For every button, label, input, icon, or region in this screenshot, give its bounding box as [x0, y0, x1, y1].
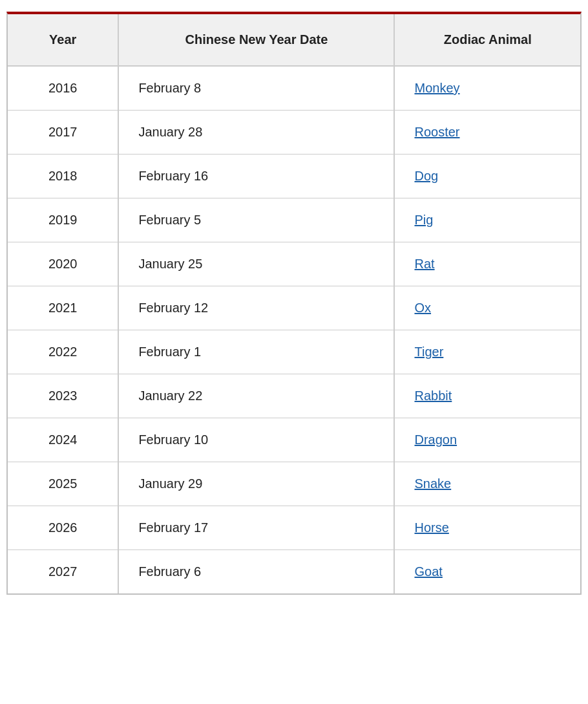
animal-link[interactable]: Goat	[414, 564, 442, 579]
year-cell: 2022	[8, 330, 118, 374]
date-cell: February 1	[118, 330, 394, 374]
table-container: Year Chinese New Year Date Zodiac Animal…	[6, 12, 582, 595]
animal-link[interactable]: Rat	[414, 257, 434, 271]
date-cell: February 10	[118, 418, 394, 462]
table-row: 2027February 6Goat	[8, 550, 580, 594]
animal-cell: Dragon	[394, 418, 580, 462]
year-cell: 2021	[8, 286, 118, 330]
table-row: 2023January 22Rabbit	[8, 374, 580, 418]
date-cell: February 12	[118, 286, 394, 330]
table-row: 2026February 17Horse	[8, 506, 580, 550]
animal-link[interactable]: Rabbit	[414, 389, 452, 403]
year-header: Year	[8, 14, 118, 66]
date-header: Chinese New Year Date	[118, 14, 394, 66]
year-cell: 2026	[8, 506, 118, 550]
animal-cell: Rat	[394, 242, 580, 286]
chinese-new-year-table: Year Chinese New Year Date Zodiac Animal…	[8, 14, 580, 593]
year-cell: 2020	[8, 242, 118, 286]
year-cell: 2017	[8, 111, 118, 155]
year-cell: 2019	[8, 198, 118, 242]
animal-link[interactable]: Horse	[414, 520, 448, 535]
date-cell: February 17	[118, 506, 394, 550]
animal-link[interactable]: Tiger	[414, 345, 443, 359]
animal-link[interactable]: Ox	[414, 301, 431, 315]
animal-cell: Rooster	[394, 111, 580, 155]
animal-link[interactable]: Dragon	[414, 432, 457, 447]
date-cell: January 25	[118, 242, 394, 286]
animal-cell: Ox	[394, 286, 580, 330]
date-cell: February 16	[118, 155, 394, 198]
year-cell: 2023	[8, 374, 118, 418]
date-cell: February 8	[118, 66, 394, 111]
date-cell: January 29	[118, 462, 394, 506]
year-cell: 2027	[8, 550, 118, 594]
year-cell: 2025	[8, 462, 118, 506]
animal-cell: Horse	[394, 506, 580, 550]
animal-link[interactable]: Dog	[414, 169, 438, 183]
date-cell: January 28	[118, 111, 394, 155]
animal-link[interactable]: Snake	[414, 476, 451, 491]
animal-cell: Snake	[394, 462, 580, 506]
table-row: 2019February 5Pig	[8, 198, 580, 242]
animal-cell: Pig	[394, 198, 580, 242]
animal-link[interactable]: Monkey	[414, 81, 459, 95]
table-row: 2018February 16Dog	[8, 155, 580, 198]
table-header-row: Year Chinese New Year Date Zodiac Animal	[8, 14, 580, 66]
animal-cell: Rabbit	[394, 374, 580, 418]
animal-link[interactable]: Pig	[414, 213, 433, 227]
table-row: 2024February 10Dragon	[8, 418, 580, 462]
animal-cell: Monkey	[394, 66, 580, 111]
table-row: 2017January 28Rooster	[8, 111, 580, 155]
animal-cell: Tiger	[394, 330, 580, 374]
animal-cell: Goat	[394, 550, 580, 594]
table-row: 2020January 25Rat	[8, 242, 580, 286]
year-cell: 2016	[8, 66, 118, 111]
year-cell: 2024	[8, 418, 118, 462]
year-cell: 2018	[8, 155, 118, 198]
animal-cell: Dog	[394, 155, 580, 198]
table-row: 2016February 8Monkey	[8, 66, 580, 111]
date-cell: February 6	[118, 550, 394, 594]
animal-header: Zodiac Animal	[394, 14, 580, 66]
date-cell: February 5	[118, 198, 394, 242]
table-row: 2025January 29Snake	[8, 462, 580, 506]
table-row: 2022February 1Tiger	[8, 330, 580, 374]
table-row: 2021February 12Ox	[8, 286, 580, 330]
date-cell: January 22	[118, 374, 394, 418]
animal-link[interactable]: Rooster	[414, 125, 459, 139]
